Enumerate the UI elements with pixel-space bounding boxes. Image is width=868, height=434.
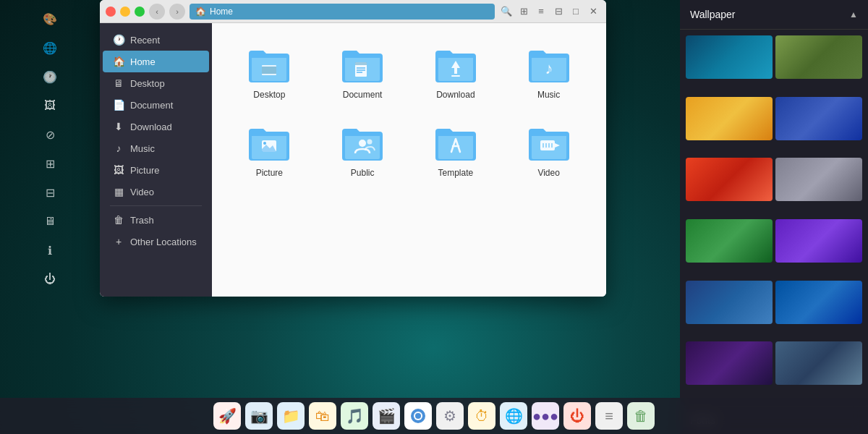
wallpaper-thumb-8[interactable] xyxy=(775,219,862,263)
sidebar-label-video: Video xyxy=(130,187,154,197)
view-split-icon[interactable]: ⊞ xyxy=(516,4,531,19)
sidebar-item-music[interactable]: ♪ Music xyxy=(103,137,209,159)
main-content: Desktop D xyxy=(212,23,606,297)
taskbar-screenshot[interactable]: 📷 xyxy=(245,402,273,430)
sidebar-item-picture[interactable]: 🖼 Picture xyxy=(103,159,209,181)
folder-music-icon: ♪ xyxy=(526,46,572,85)
taskbar-rocket[interactable]: 🚀 xyxy=(213,402,241,430)
taskbar-power[interactable]: ⏻ xyxy=(563,402,591,430)
wallpaper-thumb-12[interactable] xyxy=(775,341,862,385)
file-manager-body: 🕐 Recent 🏠 Home 🖥 Desktop 📄 Document ⬇ D… xyxy=(100,23,606,297)
sidebar-label-recent: Recent xyxy=(130,35,160,46)
back-button[interactable]: ‹ xyxy=(149,4,165,20)
address-bar[interactable]: 🏠 Home xyxy=(190,4,495,20)
clock-icon[interactable]: 🕐 xyxy=(37,64,63,90)
folder-document[interactable]: Document xyxy=(320,38,406,109)
wallpaper-thumb-6[interactable] xyxy=(775,158,862,201)
taskbar-timeshift[interactable]: ⏱ xyxy=(468,402,495,430)
taskbar-files[interactable]: 📁 xyxy=(277,402,305,430)
home-folder-icon: 🏠 xyxy=(195,7,206,17)
sidebar-item-desktop[interactable]: 🖥 Desktop xyxy=(103,72,209,94)
wallpaper-thumb-1[interactable] xyxy=(686,35,773,79)
sidebar-item-home[interactable]: 🏠 Home xyxy=(103,51,209,72)
folder-picture-label: Picture xyxy=(256,168,283,178)
maximize-button[interactable] xyxy=(135,7,145,17)
sidebar-label-download: Download xyxy=(130,122,172,132)
image-icon[interactable]: 🖼 xyxy=(37,93,63,119)
folder-picture[interactable]: Picture xyxy=(226,116,312,187)
wallpaper-thumb-7[interactable] xyxy=(686,219,773,263)
toolbar-icons: 🔍 ⊞ ≡ ⊟ □ ✕ xyxy=(499,4,600,19)
power-small-icon[interactable]: ⏻ xyxy=(37,266,63,292)
other-locations-icon: + xyxy=(113,236,124,247)
folder-template[interactable]: Template xyxy=(413,116,499,187)
taskbar-video[interactable]: 🎬 xyxy=(373,402,400,430)
svg-point-23 xyxy=(415,413,421,419)
list-view-icon[interactable]: ≡ xyxy=(534,4,548,19)
folder-desktop-label: Desktop xyxy=(253,90,285,100)
svg-rect-8 xyxy=(451,75,460,77)
folder-music[interactable]: ♪ Music xyxy=(506,38,592,109)
sidebar-label-trash: Trash xyxy=(130,215,154,226)
wallpaper-thumb-10[interactable] xyxy=(775,281,862,324)
taskbar-store[interactable]: 🛍 xyxy=(309,402,336,430)
taskbar-settings[interactable]: ⚙ xyxy=(436,402,464,430)
taskbar: 🚀 📷 📁 🛍 🎵 🎬 ⚙ ⏱ 🌐 ●●● ⏻ ≡ 🗑 xyxy=(0,398,868,434)
minimize-button[interactable] xyxy=(120,7,130,17)
grid-icon[interactable]: ⊞ xyxy=(37,150,63,176)
desktop-icon: 🖥 xyxy=(113,77,124,89)
wallpaper-thumb-2[interactable] xyxy=(775,35,862,79)
globe-icon[interactable]: 🌐 xyxy=(37,35,63,61)
folder-video[interactable]: Video xyxy=(506,116,592,187)
sidebar-label-home: Home xyxy=(130,56,156,67)
window-close-icon[interactable]: ✕ xyxy=(586,4,600,19)
grid-view-icon[interactable]: ⊟ xyxy=(551,4,566,19)
sidebar-item-trash[interactable]: 🗑 Trash xyxy=(103,209,209,231)
taskbar-music[interactable]: 🎵 xyxy=(341,402,368,430)
svg-rect-3 xyxy=(355,62,367,65)
forward-button[interactable]: › xyxy=(169,4,185,20)
taskbar-blueberry[interactable]: ●●● xyxy=(532,402,559,430)
wallpaper-thumb-5[interactable] xyxy=(686,158,773,201)
wallpaper-header: Wallpaper ▲ xyxy=(680,0,868,30)
layers-icon[interactable]: ⊟ xyxy=(37,179,63,205)
taskbar-equalizer[interactable]: ≡ xyxy=(595,402,623,430)
wallpaper-grid xyxy=(680,30,868,406)
wallpaper-thumb-11[interactable] xyxy=(686,341,773,385)
taskbar-chrome[interactable] xyxy=(404,402,432,430)
sidebar-divider xyxy=(110,205,202,206)
folders-grid: Desktop D xyxy=(226,38,592,187)
folder-public[interactable]: Public xyxy=(320,116,406,187)
folder-desktop-icon xyxy=(246,46,292,85)
wallpaper-thumb-3[interactable] xyxy=(686,97,773,140)
sidebar-item-document[interactable]: 📄 Document xyxy=(103,94,209,116)
search-toolbar-icon[interactable]: 🔍 xyxy=(499,4,514,19)
wallpaper-thumb-4[interactable] xyxy=(775,97,862,140)
sidebar-item-video[interactable]: ▦ Video xyxy=(103,181,209,203)
wallpaper-collapse-button[interactable]: ▲ xyxy=(849,9,858,20)
taskbar-browser[interactable]: 🌐 xyxy=(500,402,527,430)
sidebar-item-download[interactable]: ⬇ Download xyxy=(103,116,209,137)
taskbar-trash[interactable]: 🗑 xyxy=(627,402,655,430)
sidebar-item-recent[interactable]: 🕐 Recent xyxy=(103,29,209,51)
cancel-icon[interactable]: ⊘ xyxy=(37,122,63,148)
monitor-small-icon[interactable]: 🖥 xyxy=(37,208,63,234)
folder-download[interactable]: Download xyxy=(413,38,499,109)
folder-download-icon xyxy=(433,46,479,85)
video-icon: ▦ xyxy=(113,186,124,197)
sidebar-label-picture: Picture xyxy=(130,165,159,176)
paint-icon[interactable]: 🎨 xyxy=(37,6,63,32)
folder-video-label: Video xyxy=(537,168,559,178)
folder-music-label: Music xyxy=(537,90,560,100)
sidebar-item-other-locations[interactable]: + Other Locations xyxy=(103,231,209,252)
trash-icon: 🗑 xyxy=(113,214,124,226)
folder-document-icon xyxy=(339,46,386,85)
home-icon: 🏠 xyxy=(113,56,124,67)
folder-document-label: Document xyxy=(343,90,383,100)
window-max-icon[interactable]: □ xyxy=(569,4,583,19)
close-button[interactable] xyxy=(106,7,116,17)
folder-video-icon xyxy=(526,124,572,163)
info-icon[interactable]: ℹ xyxy=(37,237,63,263)
wallpaper-thumb-9[interactable] xyxy=(686,281,773,324)
folder-desktop[interactable]: Desktop xyxy=(226,38,312,109)
